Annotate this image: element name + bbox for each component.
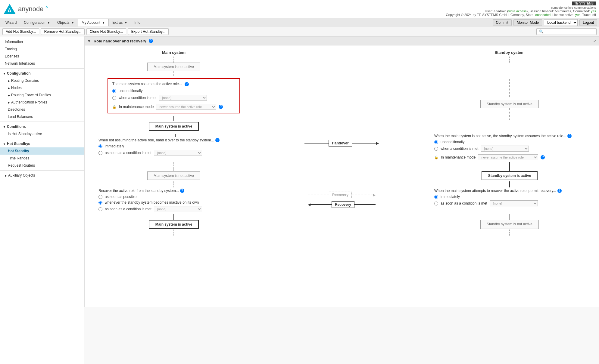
top-bar: A anynode° TE-SYSTEMS competence in e-co…	[0, 0, 599, 18]
menu-wizard[interactable]: Wizard	[2, 19, 20, 26]
main-maintenance-label: In maintenance mode	[119, 105, 154, 109]
sidebar-item-tracing[interactable]: Tracing	[0, 45, 84, 53]
recovery-solid-line-right	[354, 204, 376, 205]
recovery-asap-radio[interactable]	[98, 195, 102, 199]
sidebar-item-is-hot-standby-active[interactable]: Is Hot Standby active	[0, 130, 84, 137]
sidebar-item-time-ranges[interactable]: Time Ranges	[0, 155, 84, 162]
menu-configuration[interactable]: Configuration ▼	[20, 19, 54, 26]
search-input[interactable]	[536, 28, 597, 35]
panel-collapse-icon[interactable]: ▼	[87, 39, 91, 43]
standby-recovery-condition-select[interactable]: [none]	[490, 200, 538, 206]
logo-dot: °	[45, 5, 48, 13]
sidebar-item-request-routers[interactable]: Request Routers	[0, 162, 84, 169]
handover-condition-radio[interactable]	[98, 151, 102, 155]
handover-immediately-row: immediately	[98, 144, 220, 148]
config-arrow: ▼	[47, 21, 50, 24]
handover-help[interactable]: ?	[215, 138, 220, 142]
my-account-arrow: ▼	[102, 21, 105, 24]
standby-final-dashed	[509, 230, 510, 236]
standby-assume-section: When the main system is not active, the …	[431, 134, 588, 160]
main-assume-unconditionally-radio[interactable]	[112, 89, 116, 93]
export-hot-standby-button[interactable]: Export Hot Standby...	[128, 28, 169, 35]
standby-assume-help[interactable]: ?	[567, 134, 572, 138]
standby-recovery-help[interactable]: ?	[557, 189, 562, 193]
recovery-asap-label: as soon as possible	[105, 195, 136, 199]
sidebar-item-nodes[interactable]: ▶Nodes	[0, 84, 84, 91]
main-after-mid-dashed	[173, 181, 174, 187]
top-dashed-row	[89, 57, 594, 63]
sidebar-item-directories[interactable]: Directories	[0, 106, 84, 113]
sidebar-item-routing-domains[interactable]: ▶Routing Domains	[0, 77, 84, 84]
row-main-active: Main system is active	[89, 122, 594, 131]
hs-expand-icon: ▼	[3, 143, 6, 146]
standby-condition-select[interactable]: [none]	[481, 146, 529, 152]
main-maintenance-select[interactable]: never assume the active role	[156, 104, 216, 110]
standby-recovery-immediately-label: immediately	[441, 195, 460, 199]
menu-objects[interactable]: Objects ▼	[54, 19, 78, 26]
handover-immediately-radio[interactable]	[98, 144, 102, 148]
main-maintenance-help[interactable]: ?	[219, 105, 223, 109]
menu-my-account[interactable]: My Account ▼	[78, 19, 109, 26]
app-logo: A	[3, 3, 16, 15]
rd-expand-icon: ▶	[8, 79, 10, 82]
recovery-condition-select[interactable]: [none]	[154, 206, 202, 212]
config-expand-icon: ▼	[3, 72, 6, 75]
search-area	[536, 28, 597, 35]
handover-immediately-label: immediately	[105, 144, 124, 148]
monitor-mode-button[interactable]: Monitor Mode	[513, 19, 542, 26]
standby-not-active-bottom: Standby system is not active	[480, 220, 539, 229]
panel-expand-icon[interactable]: ⤢	[593, 39, 596, 43]
recovery-help[interactable]: ?	[180, 189, 184, 193]
sidebar-item-routing-forward-profiles[interactable]: ▶Routing Forward Profiles	[0, 91, 84, 99]
sidebar-section-configuration[interactable]: ▼Configuration	[0, 70, 84, 77]
standby-maintenance-help[interactable]: ?	[541, 155, 545, 159]
add-hot-standby-button[interactable]: Add Hot Standby...	[2, 28, 39, 35]
standby-condition-radio[interactable]	[434, 147, 438, 151]
menu-extras[interactable]: Extras ▼	[109, 19, 131, 26]
sidebar-section-conditions[interactable]: ▼Conditions	[0, 123, 84, 130]
main-top-dashed	[173, 57, 174, 63]
recovery-condition-label: as soon as a condition is met	[105, 207, 151, 211]
ap-expand-icon: ▶	[8, 101, 10, 104]
sidebar-item-load-balancers[interactable]: Load Balancers	[0, 113, 84, 120]
sidebar-item-licenses[interactable]: Licenses	[0, 53, 84, 60]
logout-button[interactable]: Logout	[579, 19, 597, 26]
panel-title: Role handover and recovery	[94, 39, 146, 43]
main-assume-condition-radio[interactable]	[112, 96, 116, 100]
main-assume-condition-select[interactable]: [none]	[159, 95, 207, 101]
handover-arrow: Handover ▶	[304, 140, 379, 147]
commit-button[interactable]: Commit	[493, 19, 512, 26]
sidebar-item-authentication-profiles[interactable]: ▶Authentication Profiles	[0, 99, 84, 106]
content-area[interactable]: ▼ Role handover and recovery ? ⤢ Main sy…	[84, 36, 599, 364]
recovery-condition-radio[interactable]	[98, 207, 102, 211]
svg-text:A: A	[8, 8, 11, 14]
standby-recovery-condition-radio[interactable]	[434, 202, 438, 205]
sidebar: Information Tracing Licenses Network Int…	[0, 36, 84, 364]
main-active-state: Main system is active	[149, 122, 199, 131]
main-assume-condition-label: when a condition is met	[119, 96, 156, 100]
recovery-whenever-radio[interactable]	[98, 201, 102, 205]
standby-unconditionally-radio[interactable]	[434, 140, 438, 144]
backend-select[interactable]: Local backend	[544, 19, 578, 26]
logo-area: A anynode°	[3, 3, 48, 15]
handover-arrow-head: ▶	[376, 141, 379, 145]
main-layout: Information Tracing Licenses Network Int…	[0, 36, 599, 364]
standby-maintenance-select[interactable]: never assume the active role	[478, 154, 538, 160]
sidebar-item-hot-standby[interactable]: Hot Standby	[0, 147, 84, 155]
menu-info[interactable]: Info	[131, 19, 144, 26]
sidebar-item-information[interactable]: Information	[0, 38, 84, 45]
copyright-info: Copyright © 2024 by TE-SYSTEMS GmbH, Ger…	[446, 13, 596, 17]
remove-hot-standby-button[interactable]: Remove Hot Standby...	[41, 28, 85, 35]
sidebar-item-auxiliary-objects[interactable]: ▶Auxiliary Objects	[0, 172, 84, 179]
main-assume-radio-group: unconditionally when a condition is met …	[112, 89, 235, 110]
panel-help-icon[interactable]: ?	[149, 39, 153, 43]
standby-recovery-immediately-radio[interactable]	[434, 195, 438, 199]
sidebar-item-network-interfaces[interactable]: Network Interfaces	[0, 60, 84, 67]
main-assume-help[interactable]: ?	[185, 82, 189, 86]
row-bottom-states: Main system is active Standby system is …	[89, 220, 594, 229]
clone-hot-standby-button[interactable]: Clone Hot Standby...	[86, 28, 126, 35]
sidebar-section-hot-standbys[interactable]: ▼Hot Standbys	[0, 140, 84, 147]
menu-right: Commit Monitor Mode Local backend Logout	[493, 19, 597, 26]
user-info: User: anadmin (write access), Session ti…	[446, 9, 596, 13]
handover-condition-select[interactable]: [none]	[154, 150, 202, 156]
